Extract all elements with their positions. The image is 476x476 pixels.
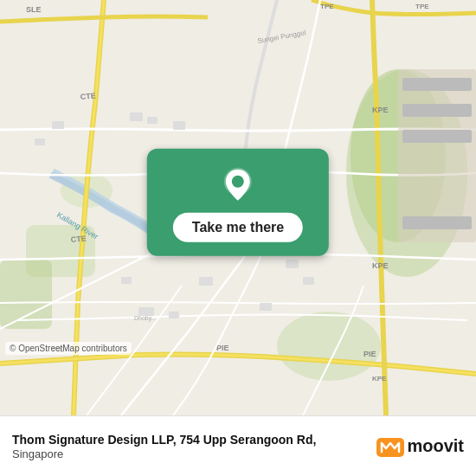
svg-rect-34 — [303, 277, 314, 285]
svg-point-39 — [232, 176, 244, 188]
svg-point-5 — [277, 312, 381, 381]
take-me-there-button[interactable]: Take me there — [147, 149, 329, 256]
bottom-info-bar: Thom Signature Design LLP, 754 Upp Seran… — [0, 415, 476, 476]
moovit-logo: moovit — [376, 433, 464, 460]
svg-rect-27 — [173, 121, 185, 130]
navigation-overlay: Take me there — [147, 149, 329, 256]
svg-rect-35 — [52, 121, 64, 129]
map-container: CTE CTE PIE PIE PIE KPE KPE KPE SLE TPE … — [0, 0, 476, 415]
svg-rect-32 — [169, 312, 179, 318]
svg-text:CTE: CTE — [70, 234, 87, 244]
moovit-label: moovit — [407, 436, 464, 456]
svg-rect-22 — [402, 104, 472, 117]
svg-text:KPE: KPE — [372, 261, 389, 270]
svg-rect-33 — [286, 260, 299, 268]
take-me-there-label[interactable]: Take me there — [173, 213, 303, 242]
svg-text:PIE: PIE — [363, 350, 376, 358]
svg-text:Dhoby...: Dhoby... — [134, 315, 157, 322]
svg-rect-23 — [402, 130, 472, 143]
svg-rect-25 — [130, 113, 143, 121]
svg-text:CTE: CTE — [80, 91, 96, 101]
location-info: Thom Signature Design LLP, 754 Upp Seran… — [12, 432, 376, 460]
location-pin-icon — [219, 166, 257, 204]
svg-rect-28 — [199, 277, 213, 286]
svg-text:SLE: SLE — [26, 5, 42, 14]
svg-text:TPE: TPE — [320, 3, 334, 10]
svg-text:TPE: TPE — [415, 3, 429, 10]
svg-rect-36 — [35, 138, 45, 145]
location-country: Singapore — [12, 447, 376, 460]
svg-rect-24 — [402, 216, 472, 229]
svg-rect-4 — [0, 260, 52, 329]
svg-rect-30 — [121, 277, 132, 284]
svg-rect-29 — [260, 303, 272, 311]
svg-text:KPE: KPE — [372, 106, 389, 114]
copyright-text: © OpenStreetMap contributors — [5, 342, 132, 355]
location-name: Thom Signature Design LLP, 754 Upp Seran… — [12, 432, 376, 447]
svg-text:PIE: PIE — [216, 344, 229, 352]
svg-rect-21 — [402, 78, 472, 91]
svg-text:KPE: KPE — [372, 375, 387, 383]
moovit-icon — [376, 433, 404, 460]
svg-rect-26 — [147, 117, 158, 124]
